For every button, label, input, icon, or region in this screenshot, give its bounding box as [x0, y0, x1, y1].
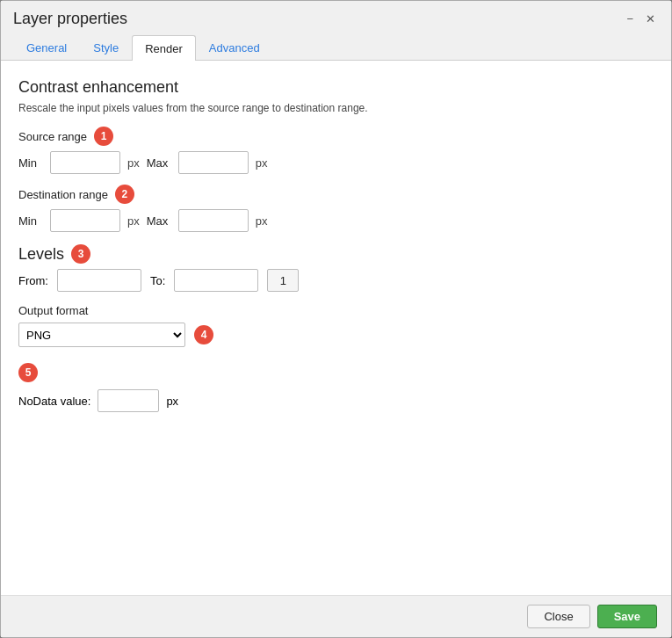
- nodata-badge-wrap: 5: [18, 363, 654, 382]
- nodata-section: 5 NoData value: px: [18, 363, 654, 412]
- close-window-button[interactable]: ✕: [642, 11, 659, 27]
- dest-max-unit: px: [256, 214, 268, 228]
- source-range-label: Source range: [18, 130, 87, 143]
- output-format-label: Output format: [18, 304, 654, 317]
- title-bar: Layer properties − ✕: [1, 1, 671, 28]
- source-min-input[interactable]: [50, 151, 120, 174]
- destination-range-label: Destination range: [18, 188, 108, 201]
- levels-from-label: From:: [18, 274, 48, 287]
- tab-advanced[interactable]: Advanced: [196, 35, 273, 60]
- dialog-footer: Close Save: [1, 595, 671, 637]
- main-content: Contrast enhancement Rescale the input p…: [1, 61, 671, 595]
- title-controls: − ✕: [623, 11, 659, 27]
- source-max-unit: px: [256, 156, 268, 170]
- dest-max-label: Max: [147, 214, 171, 228]
- source-max-label: Max: [147, 156, 171, 170]
- source-min-unit: px: [127, 156, 140, 170]
- destination-max-input[interactable]: [178, 209, 249, 232]
- destination-range-label-row: Destination range 2: [18, 185, 654, 204]
- dest-min-label: Min: [18, 214, 43, 228]
- minimize-button[interactable]: −: [623, 11, 637, 27]
- source-min-label: Min: [18, 156, 43, 170]
- source-range-inputs: Min px Max px: [18, 151, 654, 174]
- levels-to-input[interactable]: [174, 269, 258, 292]
- destination-range-inputs: Min px Max px: [18, 209, 654, 232]
- levels-badge: 3: [71, 244, 90, 264]
- tabs-bar: General Style Render Advanced: [1, 28, 671, 61]
- nodata-badge: 5: [18, 363, 38, 382]
- source-max-input[interactable]: [178, 151, 249, 174]
- nodata-input[interactable]: [98, 389, 159, 412]
- output-format-select[interactable]: PNG JPEG TIFF BMP: [18, 323, 185, 347]
- tab-style[interactable]: Style: [80, 35, 132, 60]
- tab-render[interactable]: Render: [132, 35, 196, 61]
- nodata-row: NoData value: px: [18, 389, 654, 412]
- destination-range-badge: 2: [115, 185, 134, 204]
- contrast-enhancement-section: Contrast enhancement Rescale the input p…: [18, 78, 654, 114]
- dialog-title: Layer properties: [13, 10, 127, 28]
- source-range-badge: 1: [94, 127, 113, 146]
- levels-label-row: Levels 3: [18, 244, 654, 264]
- close-button[interactable]: Close: [527, 605, 589, 628]
- section-title: Contrast enhancement: [18, 78, 654, 97]
- destination-min-input[interactable]: [50, 209, 120, 232]
- nodata-label: NoData value:: [18, 395, 90, 408]
- output-format-badge: 4: [194, 325, 213, 344]
- save-button[interactable]: Save: [597, 605, 657, 628]
- levels-inputs: From: To: 1: [18, 269, 654, 292]
- levels-from-input[interactable]: [57, 269, 141, 292]
- tab-general[interactable]: General: [13, 35, 80, 60]
- layer-properties-dialog: Layer properties − ✕ General Style Rende…: [0, 0, 672, 638]
- section-description: Rescale the input pixels values from the…: [18, 102, 654, 114]
- levels-value-button[interactable]: 1: [267, 269, 299, 292]
- levels-to-label: To:: [150, 274, 165, 287]
- output-format-section: Output format PNG JPEG TIFF BMP 4: [18, 304, 654, 347]
- nodata-unit: px: [166, 395, 178, 408]
- dest-min-unit: px: [127, 214, 140, 228]
- source-range-label-row: Source range 1: [18, 127, 654, 146]
- levels-label: Levels: [18, 245, 64, 264]
